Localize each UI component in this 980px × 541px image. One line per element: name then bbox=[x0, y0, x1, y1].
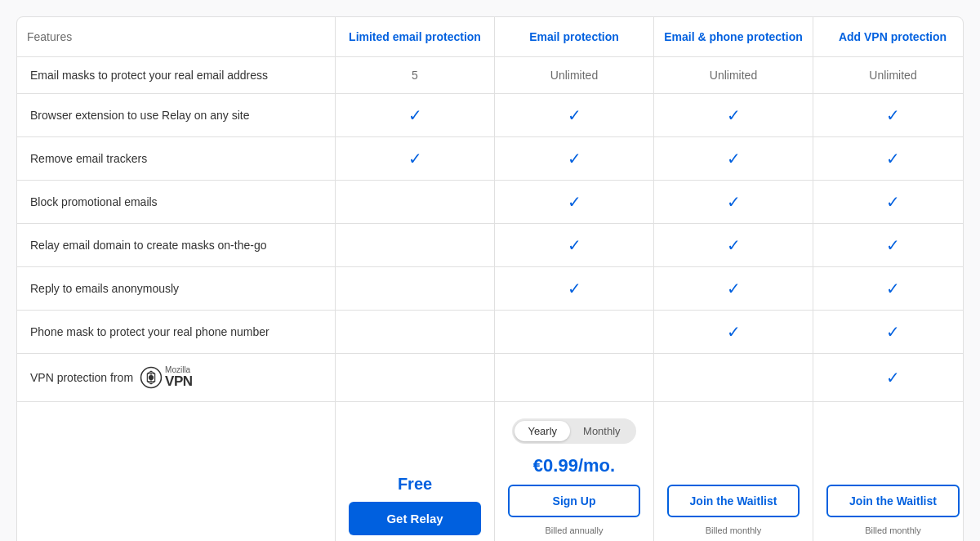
footer-limited: Free Get Relay bbox=[336, 402, 495, 541]
waitlist-button-vpn[interactable]: Join the Waitlist bbox=[826, 485, 960, 517]
feature-value-1-2: ✓ bbox=[654, 94, 813, 137]
mozilla-vpn-logo: Mozilla VPN bbox=[140, 365, 192, 390]
feature-value-2-2: ✓ bbox=[654, 137, 813, 181]
feature-value-0-0: 5 bbox=[336, 57, 495, 94]
billed-note-vpn: Billed monthly bbox=[865, 525, 920, 535]
feature-value-5-2: ✓ bbox=[654, 267, 813, 311]
feature-label-4: Relay email domain to create masks on-th… bbox=[17, 224, 336, 267]
footer-email: Yearly Monthly €0.99/mo. Sign Up Billed … bbox=[495, 402, 654, 541]
billing-toggle: Yearly Monthly bbox=[512, 418, 635, 444]
plan-header-email: Email protection bbox=[495, 17, 654, 57]
feature-value-5-3: ✓ bbox=[813, 267, 964, 311]
feature-value-1-0: ✓ bbox=[336, 94, 495, 137]
feature-value-5-0 bbox=[336, 267, 495, 311]
billed-note-email: Billed annually bbox=[546, 525, 604, 535]
checkmark-icon: ✓ bbox=[886, 105, 900, 125]
checkmark-icon: ✓ bbox=[408, 149, 422, 168]
feature-label-1: Browser extension to use Relay on any si… bbox=[17, 94, 336, 137]
checkmark-icon: ✓ bbox=[408, 105, 422, 125]
feature-value-7-3: ✓ bbox=[813, 354, 964, 402]
plan-header-limited: Limited email protection bbox=[336, 17, 495, 57]
feature-value-6-1 bbox=[495, 311, 654, 354]
footer-empty bbox=[17, 402, 336, 541]
feature-value-6-0 bbox=[336, 311, 495, 354]
feature-value-6-2: ✓ bbox=[654, 311, 813, 354]
feature-value-6-3: ✓ bbox=[813, 311, 964, 354]
feature-value-4-0 bbox=[336, 224, 495, 267]
yearly-toggle[interactable]: Yearly bbox=[514, 421, 570, 441]
feature-label-5: Reply to emails anonymously bbox=[17, 267, 336, 311]
feature-label-6: Phone mask to protect your real phone nu… bbox=[17, 311, 336, 354]
feature-value-7-0 bbox=[336, 354, 495, 402]
feature-value-4-2: ✓ bbox=[654, 224, 813, 267]
feature-value-2-1: ✓ bbox=[495, 137, 654, 181]
plan-header-vpn: Add VPN protection bbox=[813, 17, 964, 57]
footer-phone: Join the Waitlist Billed monthly bbox=[654, 402, 813, 541]
checkmark-icon: ✓ bbox=[886, 149, 900, 168]
feature-value-0-1: Unlimited bbox=[495, 57, 654, 94]
feature-value-7-1 bbox=[495, 354, 654, 402]
checkmark-icon: ✓ bbox=[568, 279, 581, 298]
feature-label-0: Email masks to protect your real email a… bbox=[17, 57, 336, 94]
checkmark-icon: ✓ bbox=[727, 279, 741, 298]
features-column-header: Features bbox=[17, 17, 336, 57]
checkmark-icon: ✓ bbox=[727, 149, 741, 168]
checkmark-icon: ✓ bbox=[727, 192, 741, 212]
pricing-grid: Features Limited email protection Email … bbox=[17, 17, 963, 541]
feature-value-4-1: ✓ bbox=[495, 224, 654, 267]
feature-label-2: Remove email trackers bbox=[17, 137, 336, 181]
checkmark-icon: ✓ bbox=[886, 322, 900, 342]
plan-header-phone: Email & phone protection bbox=[654, 17, 813, 57]
feature-value-1-1: ✓ bbox=[495, 94, 654, 137]
feature-value-0-3: Unlimited bbox=[813, 57, 964, 94]
checkmark-icon: ✓ bbox=[886, 235, 900, 255]
feature-value-4-3: ✓ bbox=[813, 224, 964, 267]
checkmark-icon: ✓ bbox=[727, 322, 741, 342]
price-free: Free bbox=[398, 475, 432, 494]
feature-value-3-1: ✓ bbox=[495, 181, 654, 224]
checkmark-icon: ✓ bbox=[727, 235, 741, 255]
pricing-table: Features Limited email protection Email … bbox=[16, 16, 964, 541]
footer-vpn: Join the Waitlist Billed monthly bbox=[813, 402, 964, 541]
feature-value-1-3: ✓ bbox=[813, 94, 964, 137]
price-email: €0.99/mo. bbox=[533, 455, 615, 476]
feature-value-3-2: ✓ bbox=[654, 181, 813, 224]
monthly-toggle[interactable]: Monthly bbox=[570, 421, 634, 441]
feature-value-0-2: Unlimited bbox=[654, 57, 813, 94]
feature-value-2-0: ✓ bbox=[336, 137, 495, 181]
feature-value-3-3: ✓ bbox=[813, 181, 964, 224]
feature-label-7: VPN protection from Mozilla VPN bbox=[17, 354, 336, 402]
mozilla-vpn-icon bbox=[140, 366, 163, 389]
feature-value-7-2 bbox=[654, 354, 813, 402]
checkmark-icon: ✓ bbox=[568, 235, 581, 255]
feature-value-3-0 bbox=[336, 181, 495, 224]
checkmark-icon: ✓ bbox=[568, 105, 581, 125]
waitlist-button-phone[interactable]: Join the Waitlist bbox=[667, 485, 800, 517]
checkmark-icon: ✓ bbox=[886, 368, 900, 387]
sign-up-button[interactable]: Sign Up bbox=[508, 485, 640, 517]
checkmark-icon: ✓ bbox=[886, 279, 900, 298]
get-relay-button[interactable]: Get Relay bbox=[349, 502, 481, 535]
checkmark-icon: ✓ bbox=[568, 192, 581, 212]
feature-label-3: Block promotional emails bbox=[17, 181, 336, 224]
checkmark-icon: ✓ bbox=[568, 149, 581, 168]
checkmark-icon: ✓ bbox=[886, 192, 900, 212]
billed-note-phone: Billed monthly bbox=[706, 525, 761, 535]
checkmark-icon: ✓ bbox=[727, 105, 741, 125]
feature-value-5-1: ✓ bbox=[495, 267, 654, 311]
feature-value-2-3: ✓ bbox=[813, 137, 964, 181]
vpn-protection-label: VPN protection from bbox=[30, 371, 133, 384]
